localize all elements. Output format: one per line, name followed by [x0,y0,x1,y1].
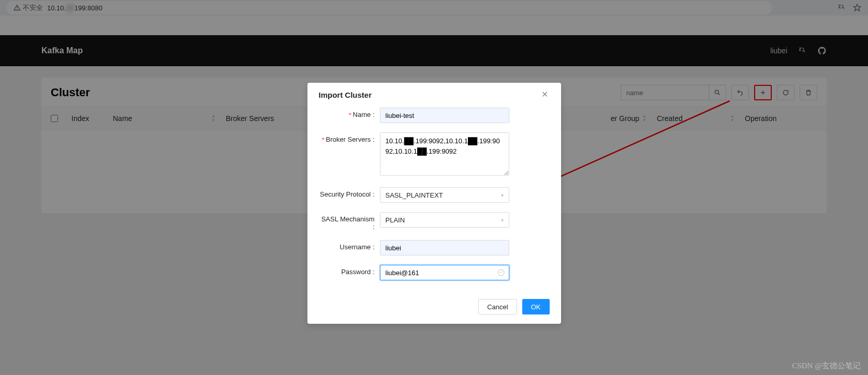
password-reveal-icon[interactable] [497,268,505,277]
ok-button[interactable]: OK [522,299,550,314]
label-username: Username : [319,240,380,251]
modal-footer: Cancel OK [307,294,561,324]
label-broker-servers: *Broker Servers : [319,132,380,144]
modal-header: Import Cluster ✕ [307,83,561,107]
watermark: CSDN @玄德公笔记 [792,361,861,371]
password-input[interactable] [380,265,509,280]
row-sasl-mechanism: SASL Mechanism : PLAIN▾ [319,212,550,231]
row-name: *Name : [319,108,550,123]
cancel-button[interactable]: Cancel [478,299,517,314]
row-security-protocol: Security Protocol : SASL_PLAINTEXT▾ [319,187,550,203]
row-password: Password : [319,265,550,280]
broker-servers-textarea[interactable]: 10.10.██.199:9092,10.10.1██.199:9092,10.… [380,132,509,176]
name-input[interactable] [380,108,509,123]
modal-title: Import Cluster [319,91,372,99]
row-broker-servers: *Broker Servers : 10.10.██.199:9092,10.1… [319,132,550,178]
sasl-mechanism-select[interactable]: PLAIN▾ [380,212,509,228]
username-input[interactable] [380,240,509,256]
label-name: *Name : [319,108,380,119]
label-security-protocol: Security Protocol : [319,187,380,198]
row-username: Username : [319,240,550,256]
chevron-down-icon: ▾ [501,217,504,223]
chevron-down-icon: ▾ [501,192,504,198]
modal-overlay[interactable]: Import Cluster ✕ *Name : *Broker Servers… [0,0,868,375]
close-icon[interactable]: ✕ [540,90,550,99]
modal-body: *Name : *Broker Servers : 10.10.██.199:9… [307,107,561,294]
label-password: Password : [319,265,380,276]
label-sasl-mechanism: SASL Mechanism : [319,212,380,231]
security-protocol-select[interactable]: SASL_PLAINTEXT▾ [380,187,509,203]
import-cluster-modal: Import Cluster ✕ *Name : *Broker Servers… [307,83,561,324]
